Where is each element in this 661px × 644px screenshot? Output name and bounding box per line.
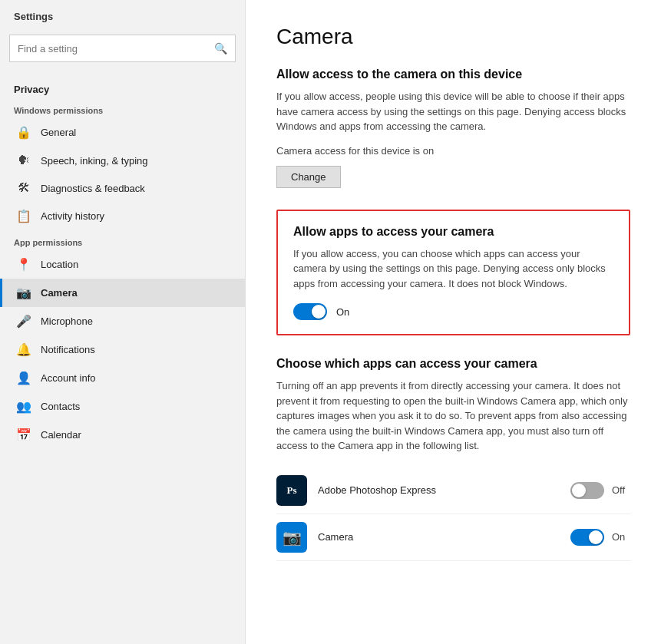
- change-button[interactable]: Change: [276, 166, 341, 188]
- sidebar-item-label: Calendar: [41, 429, 81, 441]
- photoshop-toggle-label: Off: [612, 484, 630, 496]
- sidebar-item-label: Microphone: [41, 315, 93, 327]
- main-content: Camera Allow access to the camera on thi…: [246, 0, 661, 644]
- sidebar-item-notifications[interactable]: 🔔 Notifications: [0, 335, 245, 364]
- sidebar-item-camera[interactable]: 📷 Camera: [0, 279, 245, 307]
- sidebar-item-label: Diagnostics & feedback: [41, 183, 145, 194]
- search-box[interactable]: 🔍: [9, 35, 236, 62]
- windows-permissions-label: Windows permissions: [0, 98, 245, 118]
- choose-title: Choose which apps can access your camera: [276, 357, 630, 371]
- device-access-title: Allow access to the camera on this devic…: [276, 68, 630, 81]
- photoshop-toggle-wrap: Off: [570, 482, 630, 499]
- app-name-camera: Camera: [318, 531, 560, 543]
- sidebar-item-label: Contacts: [41, 401, 80, 412]
- apps-access-toggle[interactable]: [293, 303, 327, 320]
- app-name-photoshop: Adobe Photoshop Express: [318, 484, 560, 496]
- apps-toggle-label: On: [336, 306, 349, 318]
- sidebar-item-location[interactable]: 📍 Location: [0, 250, 245, 279]
- location-icon: 📍: [16, 257, 31, 272]
- calendar-icon: 📅: [16, 428, 31, 442]
- notifications-icon: 🔔: [16, 342, 31, 357]
- sidebar-item-contacts[interactable]: 👥 Contacts: [0, 392, 245, 421]
- app-row-camera: 📷 Camera On: [276, 514, 630, 561]
- sidebar-item-label: Camera: [41, 287, 78, 299]
- camera-app-icon: 📷: [276, 522, 307, 553]
- privacy-label: Privacy: [0, 73, 245, 98]
- camera-app-toggle[interactable]: [570, 529, 604, 546]
- search-icon: 🔍: [214, 42, 227, 54]
- sidebar: Settings 🔍 Privacy Windows permissions 🔒…: [0, 0, 246, 644]
- app-row-photoshop: Ps Adobe Photoshop Express Off: [276, 467, 630, 514]
- sidebar-item-speech[interactable]: 🗣 Speech, inking, & typing: [0, 147, 245, 174]
- camera-icon: 📷: [16, 286, 31, 300]
- lock-icon: 🔒: [16, 125, 31, 140]
- app-permissions-label: App permissions: [0, 230, 245, 250]
- contacts-icon: 👥: [16, 399, 31, 414]
- apps-access-title: Allow apps to access your camera: [293, 225, 613, 239]
- camera-toggle-label: On: [612, 531, 630, 543]
- microphone-icon: 🎤: [16, 314, 31, 329]
- speech-icon: 🗣: [16, 154, 31, 167]
- activity-icon: 📋: [16, 209, 31, 223]
- photoshop-toggle[interactable]: [570, 482, 604, 499]
- sidebar-item-activity[interactable]: 📋 Activity history: [0, 202, 245, 230]
- sidebar-item-label: General: [41, 127, 76, 138]
- account-icon: 👤: [16, 371, 31, 385]
- sidebar-item-account-info[interactable]: 👤 Account info: [0, 364, 245, 392]
- apps-access-box: Allow apps to access your camera If you …: [276, 210, 630, 336]
- sidebar-item-label: Account info: [41, 372, 96, 384]
- sidebar-item-calendar[interactable]: 📅 Calendar: [0, 421, 245, 449]
- apps-access-desc: If you allow access, you can choose whic…: [293, 246, 613, 292]
- sidebar-item-diagnostics[interactable]: 🛠 Diagnostics & feedback: [0, 174, 245, 202]
- search-input[interactable]: [18, 43, 214, 54]
- sidebar-item-label: Speech, inking, & typing: [41, 155, 147, 167]
- sidebar-item-label: Notifications: [41, 344, 95, 355]
- diagnostics-icon: 🛠: [16, 181, 31, 195]
- page-title: Camera: [276, 25, 630, 49]
- sidebar-item-label: Activity history: [41, 210, 104, 222]
- apps-toggle-row: On: [293, 303, 613, 320]
- sidebar-item-general[interactable]: 🔒 General: [0, 118, 245, 147]
- choose-desc: Turning off an app prevents it from dire…: [276, 378, 630, 454]
- device-access-desc: If you allow access, people using this d…: [276, 89, 630, 134]
- app-title: Settings: [0, 0, 245, 30]
- sidebar-item-label: Location: [41, 259, 78, 270]
- photoshop-icon: Ps: [276, 475, 307, 506]
- sidebar-item-microphone[interactable]: 🎤 Microphone: [0, 307, 245, 335]
- device-status-text: Camera access for this device is on: [276, 145, 630, 157]
- camera-toggle-wrap: On: [570, 529, 630, 546]
